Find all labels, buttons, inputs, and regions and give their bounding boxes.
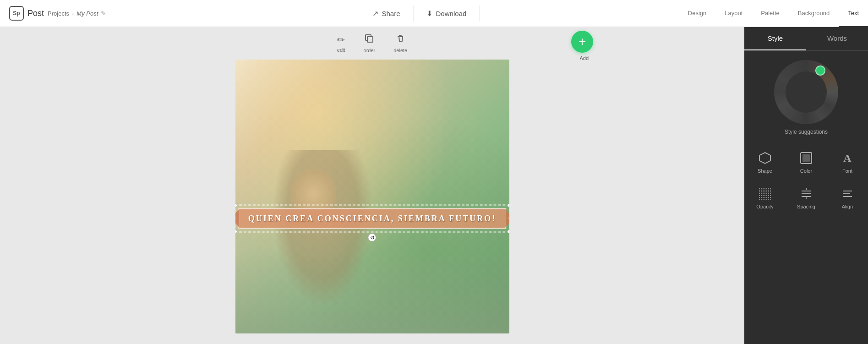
breadcrumb-current: My Post xyxy=(76,10,98,17)
style-option-opacity[interactable]: Opacity xyxy=(744,180,786,216)
tab-layout[interactable]: Layout xyxy=(715,0,752,27)
nav-left: Sp Post Projects › My Post ✎ xyxy=(0,6,160,21)
spacing-label: Spacing xyxy=(797,204,815,209)
tab-palette[interactable]: Palette xyxy=(752,0,788,27)
canvas-area: ✏ edit order delete xyxy=(0,27,744,344)
color-label: Color xyxy=(800,168,812,174)
add-plus-icon: + xyxy=(579,35,586,48)
tab-design[interactable]: Design xyxy=(679,0,715,27)
add-button[interactable]: + xyxy=(571,31,593,53)
tab-background[interactable]: Background xyxy=(789,0,839,27)
download-button[interactable]: ⬇ Download xyxy=(414,5,480,22)
canvas-wrapper: QUIEN CREA CONSCIENCIA, SIEMBRA FUTURO! … xyxy=(235,60,509,333)
order-toolbar-item[interactable]: order xyxy=(364,33,376,53)
font-label: Font xyxy=(842,168,852,174)
opacity-icon xyxy=(758,186,772,201)
style-option-shape[interactable]: Shape xyxy=(744,144,786,180)
edit-icon: ✏ xyxy=(337,34,345,45)
panel-tab-words[interactable]: Words xyxy=(806,27,868,50)
color-indicator xyxy=(815,66,825,76)
color-wheel[interactable] xyxy=(774,60,838,124)
font-icon: A xyxy=(840,151,855,165)
add-label: Add xyxy=(579,55,589,61)
style-options-grid: Shape Color A Font xyxy=(744,140,868,220)
top-nav: Sp Post Projects › My Post ✎ ↗ Share ⬇ D… xyxy=(0,0,868,27)
edit-toolbar-item[interactable]: ✏ edit xyxy=(337,34,345,53)
edit-label: edit xyxy=(337,47,345,53)
shape-icon xyxy=(758,151,772,165)
style-option-align[interactable]: Align xyxy=(827,180,868,216)
order-icon xyxy=(364,33,374,46)
delete-icon xyxy=(395,33,405,46)
delete-label: delete xyxy=(393,48,407,53)
align-icon xyxy=(840,186,855,201)
sp-logo: Sp xyxy=(9,6,24,21)
banner-container: QUIEN CREA CONSCIENCIA, SIEMBRA FUTURO! … xyxy=(238,208,507,229)
banner-text: QUIEN CREA CONSCIENCIA, SIEMBRA FUTURO! xyxy=(248,213,497,223)
share-label: Share xyxy=(382,10,400,17)
canvas-image[interactable]: QUIEN CREA CONSCIENCIA, SIEMBRA FUTURO! … xyxy=(235,60,509,333)
share-icon: ↗ xyxy=(372,9,378,18)
share-button[interactable]: ↗ Share xyxy=(360,5,414,22)
nav-center-actions: ↗ Share ⬇ Download xyxy=(160,5,679,22)
tab-text[interactable]: Text xyxy=(839,0,868,27)
order-label: order xyxy=(364,48,376,53)
nav-right-tabs: Design Layout Palette Background Text xyxy=(679,0,868,27)
canvas-toolbar: ✏ edit order delete xyxy=(0,27,744,60)
right-panel: Style Words Style suggestions Sh xyxy=(744,27,868,344)
breadcrumb-arrow: › xyxy=(72,10,74,17)
shape-label: Shape xyxy=(758,168,772,174)
breadcrumb-projects[interactable]: Projects xyxy=(48,10,69,17)
color-wheel-inner xyxy=(786,71,827,113)
canvas-text-element[interactable]: QUIEN CREA CONSCIENCIA, SIEMBRA FUTURO! … xyxy=(238,208,507,229)
color-wheel-area: Style suggestions xyxy=(744,51,868,140)
opacity-label: Opacity xyxy=(756,204,773,209)
svg-rect-6 xyxy=(759,187,771,200)
spacing-icon xyxy=(799,186,813,201)
svg-rect-1 xyxy=(367,37,373,42)
app-name: Post xyxy=(27,9,44,18)
style-option-color[interactable]: Color xyxy=(786,144,827,180)
canvas-banner: QUIEN CREA CONSCIENCIA, SIEMBRA FUTURO! xyxy=(238,208,507,229)
rotate-handle[interactable]: ↺ xyxy=(368,233,377,241)
align-label: Align xyxy=(842,204,853,209)
style-suggestions-label: Style suggestions xyxy=(785,129,828,135)
color-icon xyxy=(799,151,813,165)
main-area: ✏ edit order delete xyxy=(0,27,868,344)
style-option-font[interactable]: A Font xyxy=(827,144,868,180)
panel-tab-style[interactable]: Style xyxy=(744,27,806,50)
delete-toolbar-item[interactable]: delete xyxy=(393,33,407,53)
breadcrumb: Projects › My Post ✎ xyxy=(48,10,106,17)
svg-rect-4 xyxy=(802,154,810,162)
download-label: Download xyxy=(436,10,467,17)
panel-tabs: Style Words xyxy=(744,27,868,51)
svg-marker-2 xyxy=(759,153,770,164)
download-icon: ⬇ xyxy=(426,9,432,18)
style-option-spacing[interactable]: Spacing xyxy=(786,180,827,216)
edit-pencil-icon[interactable]: ✎ xyxy=(101,10,106,17)
